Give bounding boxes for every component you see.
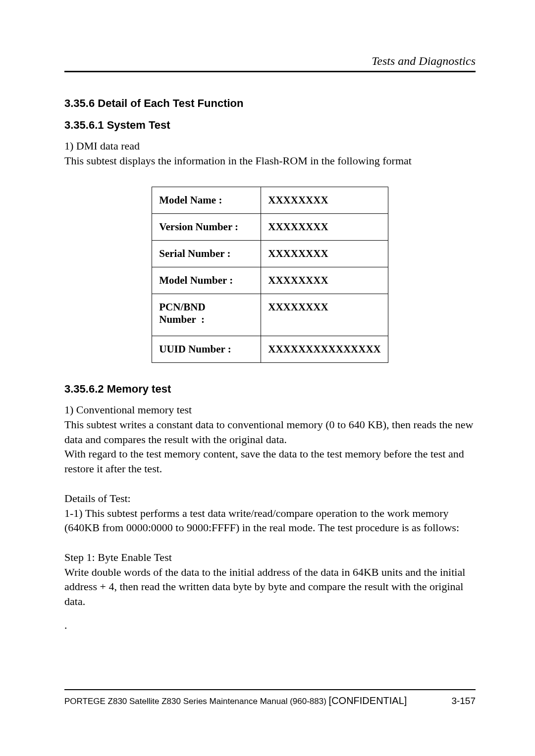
- trailing-dot: .: [64, 618, 476, 633]
- dmi-label-pcn-bnd: PCN/BNDNumber :: [152, 294, 261, 336]
- dmi-data-table: Model Name : XXXXXXXX Version Number : X…: [152, 187, 388, 363]
- dmi-value-model-number: XXXXXXXX: [261, 267, 388, 294]
- footer-confidential: [CONFIDENTIAL]: [329, 695, 407, 706]
- dmi-label-model-name: Model Name :: [152, 187, 261, 214]
- dmi-label-uuid: UUID Number :: [152, 336, 261, 363]
- dmi-value-uuid: XXXXXXXXXXXXXXX: [261, 336, 388, 363]
- table-row: UUID Number : XXXXXXXXXXXXXXX: [152, 336, 388, 363]
- dmi-value-pcn-bnd: XXXXXXXX: [261, 294, 388, 336]
- dmi-read-desc: This subtest displays the information in…: [64, 153, 476, 168]
- memtest-item1-p2: With regard to the test memory content, …: [64, 447, 476, 476]
- table-row: Model Number : XXXXXXXX: [152, 267, 388, 294]
- section-heading-3-35-6: 3.35.6 Detail of Each Test Function: [64, 97, 476, 110]
- table-row: Version Number : XXXXXXXX: [152, 214, 388, 241]
- step1-p1: Write double words of the data to the in…: [64, 565, 476, 609]
- step1-heading: Step 1: Byte Enable Test: [64, 550, 476, 565]
- dmi-label-version-number: Version Number :: [152, 214, 261, 241]
- details-heading: Details of Test:: [64, 491, 476, 506]
- dmi-read-title: 1) DMI data read: [64, 139, 476, 153]
- document-page: Tests and Diagnostics 3.35.6 Detail of E…: [0, 0, 535, 632]
- footer-left: PORTEGE Z830 Satellite Z830 Series Maint…: [64, 695, 407, 706]
- table-row: Model Name : XXXXXXXX: [152, 187, 388, 214]
- dmi-value-serial-number: XXXXXXXX: [261, 241, 388, 267]
- details-p1: 1-1) This subtest performs a test data w…: [64, 506, 476, 535]
- memtest-item1-p1: This subtest writes a constant data to c…: [64, 417, 476, 447]
- table-row: PCN/BNDNumber : XXXXXXXX: [152, 294, 388, 336]
- footer-manual: PORTEGE Z830 Satellite Z830 Series Maint…: [64, 697, 329, 706]
- memtest-item1-title: 1) Conventional memory test: [64, 403, 476, 417]
- dmi-value-version-number: XXXXXXXX: [261, 214, 388, 241]
- dmi-label-serial-number: Serial Number :: [152, 241, 261, 267]
- dmi-value-model-name: XXXXXXXX: [261, 187, 388, 214]
- dmi-label-model-number: Model Number :: [152, 267, 261, 294]
- page-header: Tests and Diagnostics: [64, 54, 476, 72]
- page-footer: PORTEGE Z830 Satellite Z830 Series Maint…: [64, 689, 476, 706]
- section-heading-3-35-6-2: 3.35.6.2 Memory test: [64, 383, 476, 396]
- section-3-35-6: 3.35.6 Detail of Each Test Function 3.35…: [64, 97, 476, 632]
- chapter-title: Tests and Diagnostics: [372, 54, 476, 67]
- table-row: Serial Number : XXXXXXXX: [152, 241, 388, 267]
- section-heading-3-35-6-1: 3.35.6.1 System Test: [64, 119, 476, 132]
- footer-page-number: 3-157: [451, 696, 476, 706]
